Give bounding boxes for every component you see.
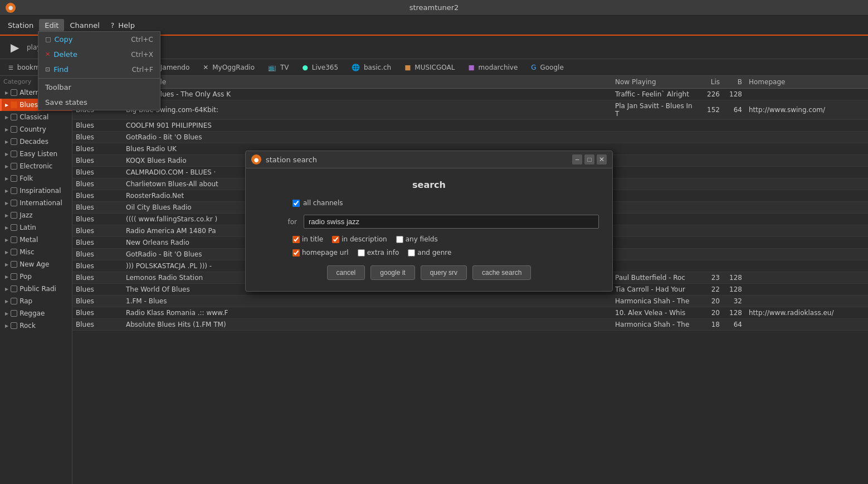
dialog-title-left: ● station search xyxy=(251,154,317,164)
dialog-minimize-button[interactable]: – xyxy=(572,154,582,164)
search-for-row: for xyxy=(259,215,599,229)
in-title-item: in title xyxy=(292,235,323,243)
any-fields-item: any fields xyxy=(396,235,438,243)
homepage-url-checkbox[interactable] xyxy=(292,249,300,256)
dialog-buttons: cancel google it query srv cache search xyxy=(259,265,599,280)
in-description-label: in description xyxy=(342,235,387,243)
for-label: for xyxy=(259,218,304,226)
cancel-button[interactable]: cancel xyxy=(327,265,365,280)
all-channels-row: all channels xyxy=(259,199,599,207)
homepage-url-label: homepage url xyxy=(302,249,349,256)
dialog-body: search all channels for in title in de xyxy=(246,168,612,291)
homepage-url-item: homepage url xyxy=(292,249,349,256)
in-title-checkbox[interactable] xyxy=(292,236,300,243)
all-channels-checkbox[interactable] xyxy=(292,200,300,207)
and-genre-item: and genre xyxy=(408,249,451,256)
and-genre-checkbox[interactable] xyxy=(408,249,415,256)
dialog-heading: search xyxy=(259,180,599,190)
search-options-row1: in title in description any fields xyxy=(259,235,599,243)
query-srv-button[interactable]: query srv xyxy=(421,265,467,280)
and-genre-label: and genre xyxy=(417,249,451,256)
dialog-controls: – □ ✕ xyxy=(572,154,607,164)
search-options-row2: homepage url extra info and genre xyxy=(259,249,599,256)
dialog-title: station search xyxy=(266,156,317,164)
any-fields-label: any fields xyxy=(406,235,438,243)
in-description-item: in description xyxy=(332,235,387,243)
in-description-checkbox[interactable] xyxy=(332,236,339,243)
any-fields-checkbox[interactable] xyxy=(396,236,403,243)
extra-info-checkbox[interactable] xyxy=(358,249,365,256)
dialog-maximize-button[interactable]: □ xyxy=(584,154,594,164)
dialog-close-button[interactable]: ✕ xyxy=(597,154,607,164)
dialog-app-icon: ● xyxy=(251,154,261,164)
extra-info-label: extra info xyxy=(367,249,399,256)
extra-info-item: extra info xyxy=(358,249,399,256)
google-it-button[interactable]: google it xyxy=(370,265,415,280)
all-channels-label: all channels xyxy=(303,199,343,207)
station-search-dialog: ● station search – □ ✕ search all channe… xyxy=(245,151,613,292)
cache-search-button[interactable]: cache search xyxy=(472,265,531,280)
dialog-overlay: ● station search – □ ✕ search all channe… xyxy=(0,0,868,484)
dialog-titlebar: ● station search – □ ✕ xyxy=(246,151,612,168)
search-input[interactable] xyxy=(304,215,599,229)
in-title-label: in title xyxy=(302,235,323,243)
